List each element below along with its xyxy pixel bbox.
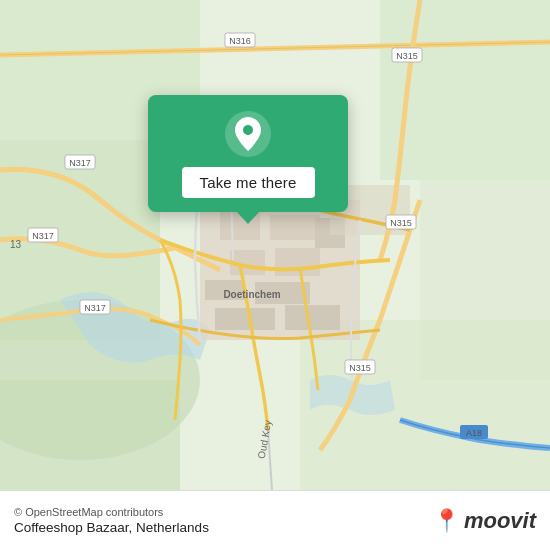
svg-rect-12 [275, 248, 320, 276]
location-pin-icon [225, 111, 271, 157]
doetinchem-label: Doetinchem [223, 289, 280, 300]
map-container: N316 N317 N317 N317 N315 N315 N315 A18 D… [0, 0, 550, 490]
svg-rect-7 [0, 380, 180, 490]
svg-rect-10 [270, 215, 320, 240]
n317-bot-label: N317 [84, 303, 106, 313]
place-name: Coffeeshop Bazaar, Netherlands [14, 520, 209, 535]
moovit-logo: 📍 moovit [433, 508, 536, 534]
svg-rect-16 [215, 308, 275, 330]
attribution-text: © OpenStreetMap contributors [14, 506, 209, 518]
svg-rect-17 [285, 305, 340, 330]
moovit-pin-icon: 📍 [433, 508, 460, 534]
n315-top-label: N315 [396, 51, 418, 61]
a18-label: A18 [466, 428, 482, 438]
moovit-logo-text: moovit [464, 508, 536, 534]
popup-card: Take me there [148, 95, 348, 212]
n317-top-label: N317 [69, 158, 91, 168]
road-13-label: 13 [10, 239, 22, 250]
svg-point-31 [243, 125, 253, 135]
bottom-bar: © OpenStreetMap contributors Coffeeshop … [0, 490, 550, 550]
n317-mid-label: N317 [32, 231, 54, 241]
take-me-there-button[interactable]: Take me there [182, 167, 315, 198]
n316-label: N316 [229, 36, 251, 46]
map-svg: N316 N317 N317 N317 N315 N315 N315 A18 D… [0, 0, 550, 490]
n315-mid-label: N315 [390, 218, 412, 228]
n315-bot-label: N315 [349, 363, 371, 373]
